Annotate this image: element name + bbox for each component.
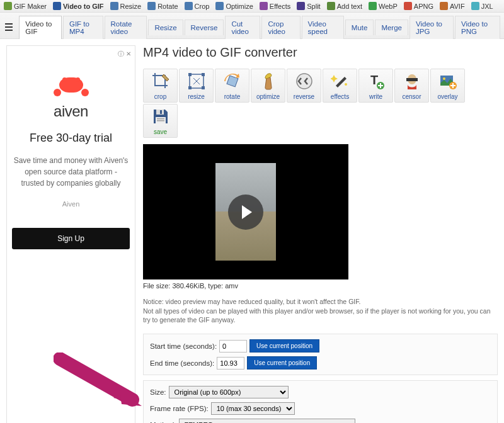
tool-toolbar: cropresizerotateoptimizereverseeffectsTw… <box>143 69 498 138</box>
topnav-resize[interactable]: Resize <box>110 2 142 10</box>
tool-censor[interactable]: censor <box>394 69 429 103</box>
use-position-start-button[interactable]: Use current position <box>249 339 319 352</box>
notice-text: Notice: video preview may have reduced q… <box>143 297 498 325</box>
vid-icon <box>53 2 61 10</box>
tab-video-speed[interactable]: Video speed <box>302 16 344 39</box>
opt-icon <box>215 2 224 10</box>
start-time-label: Start time (seconds): <box>150 342 217 350</box>
file-info: File size: 380.46KiB, type: amv <box>143 282 498 290</box>
tab-crop-video[interactable]: Crop video <box>261 16 300 39</box>
aiven-logo-icon <box>56 77 86 98</box>
start-time-input[interactable] <box>219 340 247 352</box>
topnav-optimize[interactable]: Optimize <box>215 2 253 10</box>
ad-brand: aiven <box>11 103 131 120</box>
optimize-icon <box>259 72 278 91</box>
res-icon <box>110 2 118 10</box>
tab-gif-to-mp4[interactable]: GIF to MP4 <box>63 16 103 39</box>
tab-video-to-png[interactable]: Video to PNG <box>455 16 500 39</box>
topnav-split[interactable]: Split <box>297 2 320 10</box>
resize-icon <box>187 72 206 91</box>
tab-video-to-gif[interactable]: Video to GIF <box>19 16 62 39</box>
fps-select[interactable]: 10 (max 30 seconds) <box>211 402 295 415</box>
tool-save[interactable]: save <box>143 104 178 138</box>
topnav-add-text[interactable]: Add text <box>327 2 362 10</box>
topnav-rotate[interactable]: Rotate <box>147 2 178 10</box>
method-select[interactable]: FFMPEG <box>179 419 355 423</box>
topnav-webp[interactable]: WebP <box>369 2 398 10</box>
ad-panel: ⓘ ✕ aiven Free 30-day trial Save time an… <box>6 45 135 423</box>
tool-reverse[interactable]: reverse <box>287 69 321 103</box>
tab-cut-video[interactable]: Cut video <box>225 16 260 39</box>
tool-resize[interactable]: resize <box>179 69 214 103</box>
ad-source: Aiven <box>11 200 131 208</box>
tab-merge[interactable]: Merge <box>375 20 408 35</box>
tab-bar: Video to GIFGIF to MP4Rotate videoResize… <box>0 13 504 39</box>
tool-crop[interactable]: crop <box>143 69 178 103</box>
ad-info-icon[interactable]: ⓘ ✕ <box>11 50 131 59</box>
tool-overlay[interactable]: overlay <box>430 69 465 103</box>
size-select[interactable]: Original (up to 600px) <box>169 386 289 398</box>
ad-headline: Free 30-day trial <box>11 132 131 145</box>
hamburger-icon[interactable] <box>4 21 14 33</box>
tab-rotate-video[interactable]: Rotate video <box>105 16 147 39</box>
end-time-input[interactable] <box>217 357 244 369</box>
end-time-label: End time (seconds): <box>150 359 214 367</box>
split-icon <box>297 2 305 10</box>
rotate-icon <box>223 72 242 91</box>
tool-rotate[interactable]: rotate <box>215 69 249 103</box>
svg-rect-4 <box>202 86 205 89</box>
topnav-avif[interactable]: AVIF <box>440 2 465 10</box>
tab-mute[interactable]: Mute <box>345 20 374 35</box>
tool-optimize[interactable]: optimize <box>251 69 285 103</box>
time-options: Start time (seconds): Use current positi… <box>143 334 498 375</box>
overlay-icon <box>438 72 457 91</box>
censor-icon <box>403 72 421 91</box>
txt-icon <box>327 2 335 10</box>
avif-icon <box>440 2 448 10</box>
play-icon[interactable] <box>228 195 263 230</box>
tool-effects[interactable]: effects <box>323 69 357 103</box>
gif-icon <box>4 2 12 10</box>
topnav-gif-maker[interactable]: GIF Maker <box>4 2 47 10</box>
ad-description: Save time and money with Aiven's open so… <box>11 155 131 189</box>
page-title: MP4 video to GIF converter <box>143 45 498 60</box>
top-nav: GIF MakerVideo to GIFResizeRotateCropOpt… <box>0 0 504 13</box>
svg-rect-11 <box>406 78 418 81</box>
svg-rect-3 <box>188 86 192 89</box>
apng-icon <box>404 2 412 10</box>
svg-rect-16 <box>160 110 162 114</box>
topnav-video-to-gif[interactable]: Video to GIF <box>53 2 104 10</box>
tab-video-to-jpg[interactable]: Video to JPG <box>410 16 454 39</box>
jxl-icon <box>471 2 479 10</box>
write-icon: T <box>367 72 386 91</box>
svg-rect-1 <box>188 73 192 76</box>
use-position-end-button[interactable]: Use current position <box>247 356 317 369</box>
svg-point-7 <box>345 83 347 86</box>
svg-point-13 <box>443 77 445 80</box>
topnav-jxl[interactable]: JXL <box>471 2 493 10</box>
effects-icon <box>331 72 350 91</box>
output-options: Size: Original (up to 600px) Frame rate … <box>143 380 498 423</box>
tool-write[interactable]: Twrite <box>358 69 393 103</box>
topnav-effects[interactable]: Effects <box>260 2 290 10</box>
size-label: Size: <box>150 388 166 396</box>
crop-icon <box>151 72 170 91</box>
crop-icon <box>185 2 193 10</box>
svg-rect-2 <box>202 73 205 76</box>
tab-resize[interactable]: Resize <box>148 20 183 35</box>
ad-signup-button[interactable]: Sign Up <box>12 228 130 249</box>
fx-icon <box>260 2 268 10</box>
topnav-apng[interactable]: APNG <box>404 2 433 10</box>
svg-rect-18 <box>157 118 164 120</box>
save-icon <box>151 107 170 126</box>
webp-icon <box>369 2 377 10</box>
svg-rect-19 <box>157 120 164 121</box>
tab-reverse[interactable]: Reverse <box>185 20 224 35</box>
topnav-crop[interactable]: Crop <box>185 2 210 10</box>
reverse-icon <box>295 72 314 91</box>
rot-icon <box>147 2 156 10</box>
video-preview[interactable] <box>143 144 348 279</box>
fps-label: Frame rate (FPS): <box>150 405 209 412</box>
